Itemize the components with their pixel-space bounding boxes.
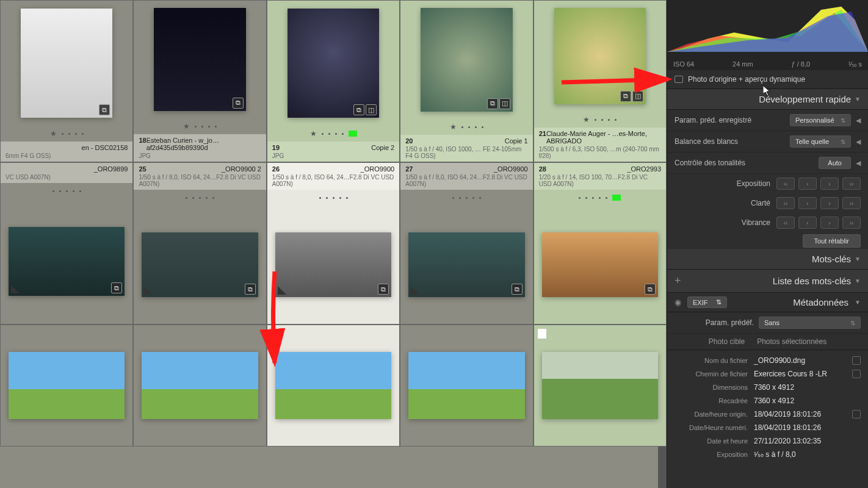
thumbnail-cell[interactable]: ⧉★en - DSC021586mm F4 G OSS) [0, 0, 133, 162]
thumbnail-cell[interactable] [533, 325, 667, 447]
eye-icon[interactable]: ◉ [675, 298, 681, 307]
rating-row[interactable]: ★ [267, 126, 399, 142]
thumbnail-cell[interactable]: 26_ORO99001/50 s à f / 8,0, ISO 64, 24…F… [267, 162, 400, 325]
adjust-icon: ⧉ [233, 98, 244, 109]
thumbnail-cell[interactable]: 27_ORO99001/50 s à f / 8,0, ISO 64, 24…F… [400, 162, 533, 325]
thumbnail-image[interactable]: ⧉◫ [554, 8, 646, 104]
histo-fstop: ƒ / 8,0 [792, 60, 811, 68]
meta-preset-select[interactable]: Sans⇅ [759, 317, 861, 329]
clarity-label: Clarté [751, 199, 770, 207]
meta-datetime: 27/11/2020 13:02:35 [754, 437, 861, 445]
rating-row[interactable]: ★ [1, 126, 132, 142]
sync-icon: ◫ [632, 91, 643, 102]
thumbnail-image[interactable]: ⧉ [142, 232, 258, 298]
edit-icon[interactable] [852, 356, 861, 365]
wb-label: Balance des blancs [675, 137, 785, 146]
thumbnail-image[interactable]: ⧉ [275, 232, 391, 298]
rating-row[interactable] [534, 190, 666, 206]
thumbnail-cell[interactable]: ⧉◫★19Copie 2JPG [267, 0, 400, 162]
tone-label: Contrôle des tonalités [675, 159, 814, 167]
white-flag [538, 329, 546, 339]
thumbnail-cell[interactable]: 28_ORO29931/20 s à f / 14, ISO 100, 70…F… [533, 162, 667, 325]
meta-dimensions: 7360 x 4912 [754, 383, 861, 392]
cell-info: 25_ORO9900 21/50 s à f / 8,0, ISO 64, 24… [134, 163, 266, 190]
exif-select[interactable]: EXIF⇅ [687, 296, 727, 308]
auto-button[interactable]: Auto [819, 157, 851, 169]
keyword-list-header[interactable]: +Liste des mots-clés▼ [667, 270, 868, 293]
rating-row[interactable] [1, 183, 132, 199]
expo-inc2[interactable]: ›› [842, 178, 861, 190]
metadata-header[interactable]: Métadonnées [793, 297, 848, 307]
green-flag [349, 131, 357, 137]
meta-cropped: 7360 x 4912 [754, 396, 861, 405]
thumbnail-image[interactable]: ⧉ [154, 8, 245, 110]
thumbnail-cell[interactable]: ⧉◫★21Claude-Marie Auger - …es-Morte, ABR… [533, 0, 667, 162]
exposure-label: Exposition [737, 179, 770, 188]
cell-info: 18Esteban Curien - w_jo…af2d435d59b89390… [134, 134, 266, 162]
expo-dec2[interactable]: ‹‹ [776, 178, 795, 190]
rating-row[interactable]: ★ [400, 119, 532, 135]
thumbnail-image[interactable] [275, 352, 391, 418]
thumbnail-cell[interactable] [0, 325, 133, 447]
thumbnail-cell[interactable]: ⧉◫★20Copie 11/50 s à f / 40, ISO 1000, …… [400, 0, 533, 162]
histogram-panel[interactable]: ISO 64 24 mm ƒ / 8,0 ¹⁄₅₀ s [667, 0, 868, 70]
thumbnail-image[interactable] [9, 352, 125, 418]
adjust-icon: ⧉ [487, 98, 498, 109]
histo-iso: ISO 64 [673, 60, 694, 68]
origin-label: Photo d'origine + aperçu dynamique [688, 75, 805, 84]
thumbnail-image[interactable] [142, 352, 258, 418]
rating-row[interactable] [400, 190, 532, 206]
expo-inc[interactable]: › [820, 178, 839, 190]
green-flag [612, 195, 621, 201]
tab-selected-photos[interactable]: Photos sélectionnées [757, 337, 826, 346]
metadata-panel: Nom du fichier_ORO9900.dng Chemin de fic… [667, 350, 868, 465]
cell-info: 26_ORO99001/50 s à f / 8,0, ISO 64, 24…F… [267, 163, 399, 190]
cell-info: 20Copie 11/50 s à f / 40, ISO 1000, … FE… [400, 135, 532, 162]
wb-select[interactable]: Telle quelle⇅ [790, 135, 851, 148]
collapse-arrow[interactable]: ◀ [856, 117, 861, 124]
thumbnail-cell[interactable] [267, 325, 400, 447]
cell-info: en - DSC021586mm F4 G OSS) [1, 142, 132, 162]
preset-select[interactable]: Personnalisé⇅ [790, 114, 851, 126]
thumbnail-image[interactable] [408, 352, 524, 418]
sync-icon: ◫ [499, 98, 510, 109]
thumbnail-image[interactable]: ⧉ [21, 9, 112, 118]
cell-info: 19Copie 2JPG [267, 142, 399, 162]
adjust-icon: ⧉ [378, 284, 389, 295]
cell-info: 27_ORO99001/50 s à f / 8,0, ISO 64, 24…F… [400, 163, 532, 190]
cell-info: 21Claude-Marie Auger - …es-Morte, ABRIGA… [534, 127, 666, 162]
rating-row[interactable] [267, 190, 399, 206]
meta-date-orig: 18/04/2019 18:01:26 [754, 410, 846, 418]
adjust-icon: ⧉ [645, 284, 656, 295]
meta-exposure: ¹⁄₅₀ s à f / 8,0 [754, 450, 861, 459]
thumbnail-grid[interactable]: ⧉★en - DSC021586mm F4 G OSS)⧉★18Esteban … [0, 0, 667, 488]
thumbnail-cell[interactable]: 25_ORO9900 21/50 s à f / 8,0, ISO 64, 24… [133, 162, 266, 325]
cell-info: 28_ORO29931/20 s à f / 14, ISO 100, 70…F… [534, 163, 666, 190]
adjust-icon: ⧉ [111, 282, 122, 293]
thumbnail-cell[interactable]: _ORO9899VC USD A007N)⧉ [0, 162, 133, 325]
adjust-icon: ⧉ [620, 91, 631, 102]
thumbnail-image[interactable] [542, 352, 658, 418]
plus-icon[interactable]: + [675, 274, 681, 287]
thumbnail-image[interactable]: ⧉ [9, 227, 125, 296]
thumbnail-cell[interactable] [400, 325, 533, 447]
origin-icon [675, 76, 683, 83]
thumbnail-image[interactable]: ⧉◫ [421, 8, 512, 111]
right-panel: ISO 64 24 mm ƒ / 8,0 ¹⁄₅₀ s Photo d'orig… [667, 0, 868, 488]
thumbnail-image[interactable]: ⧉ [408, 232, 524, 298]
thumbnail-image[interactable]: ⧉ [542, 232, 658, 298]
keywords-header[interactable]: Mots-clés▼ [667, 249, 868, 270]
preset-label: Param. préd. enregistré [675, 116, 785, 124]
expo-dec[interactable]: ‹ [798, 178, 817, 190]
tab-target-photo[interactable]: Photo cible [709, 337, 745, 346]
adjust-icon: ⧉ [353, 104, 364, 115]
rating-row[interactable] [134, 190, 266, 206]
thumbnail-image[interactable]: ⧉◫ [288, 9, 379, 118]
rating-row[interactable]: ★ [134, 118, 266, 134]
rating-row[interactable]: ★ [534, 112, 666, 127]
adjust-icon: ⧉ [99, 104, 110, 115]
reset-button[interactable]: Tout rétablir [803, 234, 861, 248]
thumbnail-cell[interactable] [133, 325, 266, 447]
histo-shutter: ¹⁄₅₀ s [848, 60, 862, 68]
thumbnail-cell[interactable]: ⧉★18Esteban Curien - w_jo…af2d435d59b893… [133, 0, 266, 162]
